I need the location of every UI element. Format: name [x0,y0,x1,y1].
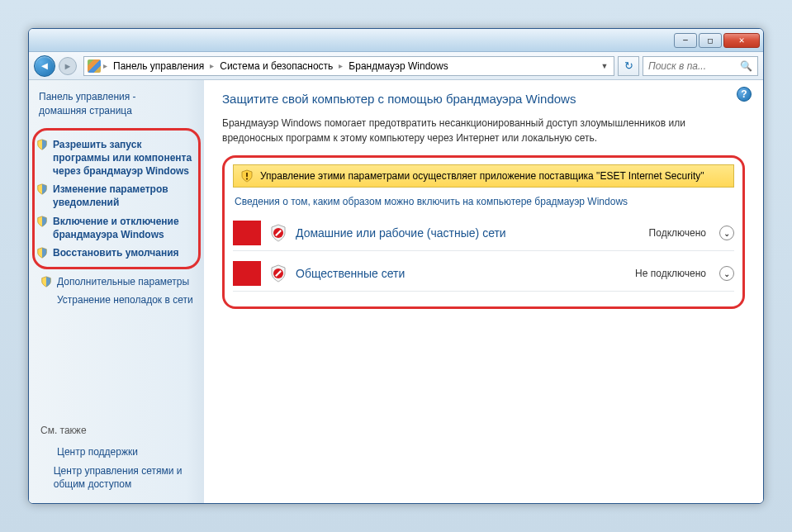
network-status: Не подключено [635,268,706,279]
sidebar-home-link[interactable]: Панель управления - домашняя страница [39,90,201,118]
control-panel-window: ─ □ ✕ ◄ ► ▸ Панель управления ▸ Система … [28,28,764,504]
chevron-down-icon: ⌄ [723,229,730,238]
sidebar-restore-defaults[interactable]: Восстановить умолчания [35,244,197,262]
window-titlebar: ─ □ ✕ [29,29,763,52]
network-name-public[interactable]: Общественные сети [296,267,627,280]
network-status: Подключено [649,227,706,239]
sidebar-network-center[interactable]: Центр управления сетями и общим доступом [39,462,201,493]
sidebar-link-label: Центр поддержки [57,445,138,458]
main-content: ? Защитите свой компьютер с помощью бран… [204,80,763,503]
expand-button[interactable]: ⌄ [719,266,734,281]
sidebar-link-label: Дополнительные параметры [57,275,189,288]
navigation-bar: ◄ ► ▸ Панель управления ▸ Система и безо… [29,52,763,80]
sidebar-link-label: Устранение неполадок в сети [57,293,193,306]
search-icon: 🔍 [740,60,752,72]
sidebar-link-label: Разрешить запуск программы или компонент… [53,138,195,178]
sidebar-link-label: Восстановить умолчания [53,246,179,259]
minimize-button[interactable]: ─ [674,33,697,48]
maximize-button[interactable]: □ [699,33,722,48]
sidebar: Панель управления - домашняя страница Ра… [29,80,204,503]
refresh-button[interactable]: ↻ [618,56,639,76]
nav-back-button[interactable]: ◄ [34,55,55,77]
expand-button[interactable]: ⌄ [719,226,734,240]
control-panel-icon [88,59,101,73]
address-bar[interactable]: ▸ Панель управления ▸ Система и безопасн… [83,56,614,76]
shield-icon [36,247,48,259]
chevron-right-icon: ▸ [103,61,107,70]
blocked-shield-icon [269,264,287,283]
sidebar-link-label: Изменение параметров уведомлений [53,183,195,209]
search-input[interactable] [648,60,737,72]
shield-icon [36,183,48,195]
svg-rect-0 [246,173,248,177]
shield-icon [36,216,48,227]
content-highlight-group: Управление этими параметрами осуществляе… [222,155,745,309]
network-name-private[interactable]: Домашние или рабочие (частные) сети [296,226,641,240]
warning-shield-icon [240,169,254,183]
svg-rect-1 [246,178,248,180]
help-button[interactable]: ? [737,87,752,102]
sidebar-allow-program[interactable]: Разрешить запуск программы или компонент… [35,135,197,181]
sidebar-home-line1: Панель управления - [39,91,136,102]
address-dropdown-icon[interactable]: ▼ [599,62,610,70]
close-button[interactable]: ✕ [723,33,760,48]
chevron-down-icon: ⌄ [723,269,730,278]
network-row-public: Общественные сети Не подключено ⌄ [233,256,734,292]
sidebar-troubleshoot[interactable]: Устранение неполадок в сети [39,291,201,309]
sidebar-advanced-settings[interactable]: Дополнительные параметры [39,273,201,291]
page-title: Защитите свой компьютер с помощью брандм… [222,92,745,106]
sidebar-highlight-group: Разрешить запуск программы или компонент… [32,128,201,270]
nav-forward-button[interactable]: ► [59,57,77,75]
breadcrumb-firewall[interactable]: Брандмауэр Windows [345,59,451,74]
breadcrumb-control-panel[interactable]: Панель управления [110,59,207,74]
blocked-shield-icon [269,224,287,242]
sidebar-link-label: Центр управления сетями и общим доступом [54,464,199,491]
sidebar-action-center[interactable]: Центр поддержки [39,443,201,461]
see-also-label: См. также [40,425,201,436]
warning-text: Управление этими параметрами осуществляе… [260,170,704,182]
search-box[interactable]: 🔍 [643,56,758,76]
page-description: Брандмауэр Windows помогает предотвратит… [222,116,745,145]
status-color-block [233,261,261,286]
shield-icon [36,139,48,150]
sidebar-home-line2: домашняя страница [39,105,132,116]
sidebar-notification-settings[interactable]: Изменение параметров уведомлений [35,180,197,211]
shield-icon [40,276,52,287]
window-body: Панель управления - домашняя страница Ра… [29,80,763,503]
warning-bar: Управление этими параметрами осуществляе… [233,164,734,188]
enable-firewall-link[interactable]: Сведения о том, каким образом можно вклю… [235,196,628,207]
sidebar-enable-disable[interactable]: Включение и отключение брандмауэра Windo… [35,212,197,244]
sidebar-link-label: Включение и отключение брандмауэра Windo… [53,215,195,241]
status-color-block [233,221,261,245]
chevron-right-icon: ▸ [339,61,343,70]
chevron-right-icon: ▸ [210,61,214,70]
breadcrumb-system-security[interactable]: Система и безопасность [216,59,336,74]
network-row-private: Домашние или рабочие (частные) сети Подк… [233,216,734,251]
